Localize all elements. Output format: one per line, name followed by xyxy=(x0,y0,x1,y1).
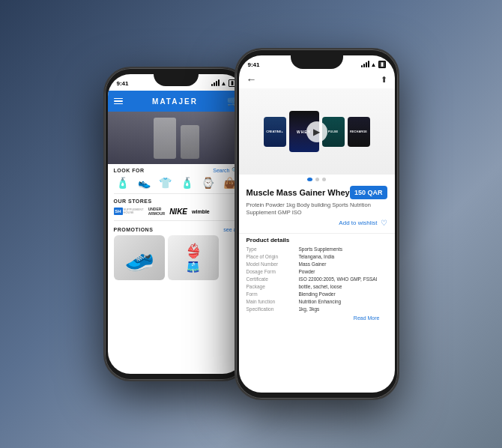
detail-key: Certificate xyxy=(247,276,299,282)
add-to-wishlist[interactable]: Add to wishlist xyxy=(339,220,377,226)
right-battery-icon: ▮ xyxy=(378,61,386,68)
stores-header: OUR STORES xyxy=(108,196,245,205)
detail-row: Dosage FormPowder xyxy=(247,268,387,276)
store-nike[interactable]: NIKE xyxy=(169,208,187,216)
detail-value: bottle, sachet, loose xyxy=(299,284,342,289)
left-status-icons: ▲ ▮ xyxy=(211,79,236,87)
look-for-title: LOOK FOR xyxy=(114,168,145,173)
can-creatine: CREATINE+ xyxy=(264,117,286,147)
divider-1 xyxy=(114,193,239,194)
detail-row: Place of OriginTelangana, India xyxy=(247,253,387,261)
wifi-icon: ▲ xyxy=(221,80,227,87)
detail-value: Powder xyxy=(299,269,315,274)
right-notch xyxy=(291,55,343,69)
right-wifi-icon: ▲ xyxy=(371,61,377,68)
outfit-icon: 👙 xyxy=(185,243,202,259)
back-button[interactable]: ← xyxy=(247,73,257,85)
dot-2 xyxy=(315,178,319,181)
detail-row: CertificateISO 22000:2005, WHO GMP, FSSA… xyxy=(247,276,387,283)
category-icons: 🧴 👟 👕 🧴 ⌚ 👜 xyxy=(108,175,245,192)
phones-container: 9:41 ▲ ▮ xyxy=(0,0,502,448)
left-header: MATAJER 🛒 xyxy=(108,91,245,112)
play-button[interactable]: ▶ xyxy=(306,121,327,142)
dot-1 xyxy=(307,178,312,181)
product-description: Protein Powder 1kg Body building Sports … xyxy=(247,202,387,217)
detail-key: Place of Origin xyxy=(247,254,299,259)
promotions-header: PROMOTIONS see all xyxy=(108,224,245,234)
signal-icon xyxy=(211,80,220,86)
detail-value: ISO 22000:2005, WHO GMP, FSSAI xyxy=(299,276,378,282)
category-perfume[interactable]: 🧴 xyxy=(181,177,193,189)
store-wimble[interactable]: wimble xyxy=(192,209,210,214)
product-name: Muscle Mass Gainer Whey xyxy=(247,188,350,197)
app-logo: MATAJER xyxy=(152,97,198,106)
promotions-section: PROMOTIONS see all 👟 👙 🩳 xyxy=(108,223,245,282)
category-shoe[interactable]: 👟 xyxy=(138,177,151,189)
detail-row: TypeSports Supplements xyxy=(247,246,387,253)
detail-row: Main functionNutrition Enhancing xyxy=(247,298,387,306)
store-sh[interactable]: SH SUPPLEMENTHOUSE xyxy=(114,208,144,215)
detail-value: Telangana, India xyxy=(299,254,335,259)
detail-key: Package xyxy=(247,284,299,289)
right-phone-screen: 9:41 ▲ ▮ ← ⬆ xyxy=(239,55,395,393)
promo-shoe[interactable]: 👟 xyxy=(114,235,165,280)
left-time: 9:41 xyxy=(117,80,129,87)
detail-row: FormBlending Powder xyxy=(247,291,387,298)
hero-content xyxy=(108,112,245,164)
right-phone: 9:41 ▲ ▮ ← ⬆ xyxy=(235,48,399,400)
detail-value: Mass Gainer xyxy=(299,261,327,267)
share-button[interactable]: ⬆ xyxy=(381,75,387,85)
dot-3 xyxy=(322,178,326,181)
stores-title: OUR STORES xyxy=(114,199,152,204)
shorts-icon: 🩳 xyxy=(187,261,199,273)
divider-2 xyxy=(114,220,239,221)
detail-key: Form xyxy=(247,291,299,297)
detail-key: Dosage Form xyxy=(247,269,299,274)
detail-key: Model Number xyxy=(247,261,299,267)
product-image-area: CREATINE+ WHEY PULSE RECHARGE ▶ xyxy=(239,88,395,175)
left-phone-screen: 9:41 ▲ ▮ xyxy=(108,74,245,374)
product-info: Muscle Mass Gainer Whey 150 QAR Protein … xyxy=(239,183,395,233)
detail-key: Specification xyxy=(247,306,299,312)
category-bottle[interactable]: 🧴 xyxy=(116,177,129,189)
product-name-row: Muscle Mass Gainer Whey 150 QAR xyxy=(247,186,387,199)
search-label: Search xyxy=(213,168,229,173)
promo-outfit[interactable]: 👙 🩳 xyxy=(168,235,219,280)
stores-row: SH SUPPLEMENTHOUSE UNDERARMOUR NIKE wimb… xyxy=(108,205,245,219)
category-shirt[interactable]: 👕 xyxy=(159,177,172,189)
shoe-icon: 👟 xyxy=(124,243,154,272)
detail-row: Specification1kg, 3kgs xyxy=(247,306,387,313)
can-recharge: RECHARGE xyxy=(348,117,370,147)
detail-key: Main function xyxy=(247,299,299,304)
image-dots xyxy=(239,175,395,183)
detail-value: Blending Powder xyxy=(299,291,336,297)
left-phone: 9:41 ▲ ▮ xyxy=(103,67,250,381)
read-more-link[interactable]: Read More xyxy=(247,313,387,323)
promotions-title: PROMOTIONS xyxy=(114,227,154,232)
detail-key: Type xyxy=(247,246,299,252)
detail-value: Nutrition Enhancing xyxy=(299,299,342,304)
right-time: 9:41 xyxy=(248,61,260,68)
left-notch xyxy=(154,74,199,86)
detail-value: 1kg, 3kgs xyxy=(299,306,320,312)
hero-banner xyxy=(108,112,245,164)
detail-row: Packagebottle, sachet, loose xyxy=(247,283,387,291)
right-top-bar: ← ⬆ xyxy=(239,72,395,88)
category-watch[interactable]: ⌚ xyxy=(202,177,214,189)
price-badge: 150 QAR xyxy=(350,186,387,199)
detail-row: Model NumberMass Gainer xyxy=(247,261,387,268)
hamburger-icon[interactable] xyxy=(114,98,123,105)
product-details-title: Product details xyxy=(247,234,387,246)
look-for-header: LOOK FOR Search 🔍 xyxy=(108,164,245,175)
promo-images: 👟 👙 🩳 xyxy=(108,234,245,282)
store-underarmour[interactable]: UNDERARMOUR xyxy=(148,207,166,216)
product-details-section: Product details TypeSports SupplementsPl… xyxy=(239,233,395,323)
wishlist-row: Add to wishlist ♡ xyxy=(247,219,387,227)
heart-icon[interactable]: ♡ xyxy=(381,219,387,227)
right-status-icons: ▲ ▮ xyxy=(361,61,386,68)
detail-value: Sports Supplements xyxy=(299,246,343,252)
details-list: TypeSports SupplementsPlace of OriginTel… xyxy=(247,246,387,313)
